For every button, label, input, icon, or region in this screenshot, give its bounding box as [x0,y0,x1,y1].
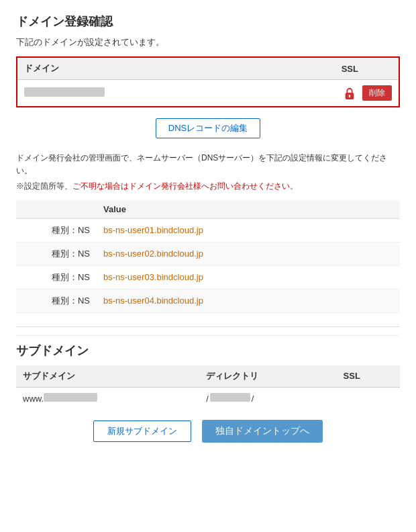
ssl-actions-cell: 削除 [244,80,399,107]
ns-value-cell: bs-ns-user03.bindcloud.jp [97,265,400,289]
ns-info-text1: ドメイン発行会社の管理画面で、ネームサーバー（DNSサーバー）を下記の設定情報に… [16,152,400,177]
ns-value-cell: bs-ns-user01.bindcloud.jp [97,218,400,242]
ns-value-cell: bs-ns-user02.bindcloud.jp [97,242,400,265]
subdomain-table: サブドメイン ディレクトリ SSL www. // [16,365,400,409]
delete-button[interactable]: 削除 [362,85,392,101]
ns-type-cell: 種別：NS [16,242,97,265]
subdomain-cell: www. [16,387,199,409]
subdomain-title: サブドメイン [16,335,400,359]
bottom-btn-row: 新規サブドメイン 独自ドメイントップへ [16,420,400,443]
domain-col-header: ドメイン [17,58,244,80]
page-subtitle: 下記のドメインが設定されています。 [16,36,400,48]
directory-col-header: ディレクトリ [199,365,336,388]
new-subdomain-button[interactable]: 新規サブドメイン [93,420,191,442]
ns-info-note-red: ご不明な場合はドメイン発行会社様へお問い合わせください。 [72,181,298,191]
domain-cell [17,80,244,107]
subdomain-ssl-col-header: SSL [337,365,400,388]
table-row: 種別：NSbs-ns-user02.bindcloud.jp [16,242,400,265]
ns-table: Value 種別：NSbs-ns-user01.bindcloud.jp種別：N… [16,200,400,313]
table-row: 削除 [17,80,399,107]
dir-slash2: / [252,394,254,404]
ssl-col-header: SSL [244,58,399,80]
domain-value-blurred [24,87,105,97]
section-divider [16,326,400,327]
ns-info-text2: ※設定箇所等、ご不明な場合はドメイン発行会社様へお問い合わせください。 [16,180,400,193]
domain-table-wrapper: ドメイン SSL 削除 [16,56,400,107]
table-row: 種別：NSbs-ns-user03.bindcloud.jp [16,265,400,289]
subdomain-prefix: www. [23,394,44,404]
ns-info-note-prefix: ※設定箇所等、 [16,181,72,191]
subdomain-ssl-cell [337,387,400,409]
ns-value-col-header: Value [97,200,400,219]
table-row: www. // [16,387,400,409]
table-row: 種別：NSbs-ns-user04.bindcloud.jp [16,289,400,312]
svg-rect-2 [350,95,350,97]
table-row: 種別：NSbs-ns-user01.bindcloud.jp [16,218,400,242]
ns-type-col-header [16,200,97,219]
directory-cell: // [199,387,336,409]
dns-edit-button[interactable]: DNSレコードの編集 [156,118,260,138]
ns-value-cell: bs-ns-user04.bindcloud.jp [97,289,400,312]
dns-edit-button-wrapper: DNSレコードの編集 [16,118,400,138]
domain-table: ドメイン SSL 削除 [17,58,399,106]
subdomain-blurred [44,393,97,402]
ns-type-cell: 種別：NS [16,289,97,312]
top-button[interactable]: 独自ドメイントップへ [202,420,323,443]
lock-icon [344,87,356,100]
subdomain-col-header: サブドメイン [16,365,199,388]
dir-slash1: / [206,394,209,404]
page-title: ドメイン登録確認 [16,13,400,30]
ns-type-cell: 種別：NS [16,218,97,242]
ns-type-cell: 種別：NS [16,265,97,289]
dir-blurred [210,393,250,402]
